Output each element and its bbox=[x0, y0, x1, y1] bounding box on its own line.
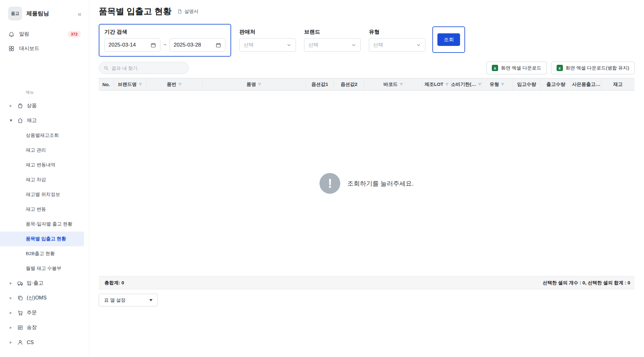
type-select[interactable]: 선택 bbox=[369, 38, 425, 52]
end-date-input[interactable]: 2025-03-28 bbox=[169, 38, 225, 52]
column-header[interactable]: 옵션값1 bbox=[306, 78, 334, 90]
column-header[interactable]: 품명 bbox=[202, 78, 306, 90]
filter-funnel-icon[interactable] bbox=[501, 82, 505, 86]
column-label: 제조LOT bbox=[425, 81, 443, 87]
logo-badge[interactable]: 품고 bbox=[8, 7, 22, 20]
sidebar: 품고 제품팀님 « 알림 372 대시보드 메뉴 상품 bbox=[0, 0, 89, 357]
dashboard-label: 대시보드 bbox=[19, 45, 39, 52]
column-header[interactable]: 제조LOT bbox=[422, 78, 451, 90]
sidebar-item-dashboard[interactable]: 대시보드 bbox=[0, 41, 89, 56]
sidebar-item-oms[interactable]: (신)OMS bbox=[0, 291, 89, 305]
column-header[interactable]: 출고수량 bbox=[540, 78, 571, 90]
calendar-icon[interactable] bbox=[150, 42, 156, 48]
filter-funnel-icon[interactable] bbox=[399, 82, 403, 86]
column-label: 품명 bbox=[247, 81, 256, 87]
filter-funnel-icon[interactable] bbox=[178, 82, 182, 86]
truck-icon bbox=[17, 280, 24, 287]
sidebar-subitem[interactable]: 상품별재고조회 bbox=[0, 128, 89, 143]
manual-link[interactable]: 설명서 bbox=[177, 8, 198, 14]
sidebar-item-notifications[interactable]: 알림 372 bbox=[0, 27, 89, 41]
column-label: 소비기한(… bbox=[451, 81, 476, 87]
column-header[interactable]: 소비기한(… bbox=[451, 78, 481, 90]
calendar-icon[interactable] bbox=[215, 42, 221, 48]
seller-select[interactable]: 선택 bbox=[239, 38, 296, 52]
menu-label: 주문 bbox=[27, 310, 37, 316]
search-button-highlight: 조회 bbox=[432, 26, 465, 53]
menu-section-label: 메뉴 bbox=[0, 90, 89, 95]
sidebar-subitem[interactable]: 재고 변동내역 bbox=[0, 158, 89, 172]
period-inputs: 2025-03-14 ~ 2025-03-28 bbox=[104, 38, 225, 52]
sidebar-item-orders[interactable]: 주문 bbox=[0, 305, 89, 320]
sidebar-item-inventory[interactable]: 재고 bbox=[0, 113, 89, 128]
app-root: 품고 제품팀님 « 알림 372 대시보드 메뉴 상품 bbox=[0, 0, 644, 357]
seller-label: 판매처 bbox=[239, 28, 296, 35]
selection-summary: 선택한 셀의 개수 : 0, 선택한 셀의 합계 : 0 bbox=[543, 280, 630, 286]
sidebar-subitem[interactable]: 재고 관리 bbox=[0, 143, 89, 158]
manual-label: 설명서 bbox=[184, 8, 198, 14]
column-label: 입고수량 bbox=[517, 81, 536, 87]
dashboard-icon bbox=[8, 45, 15, 52]
seller-filter-group: 판매처 선택 bbox=[239, 24, 296, 52]
sidebar-collapse-button[interactable]: « bbox=[78, 10, 81, 17]
filter-funnel-icon[interactable] bbox=[478, 82, 481, 86]
data-grid: No. 브랜드명 품번 품명 옵션값1 옵션값2 바코드 제조LOT 소비기한(… bbox=[99, 78, 635, 289]
sidebar-subitem-active[interactable]: 품목별 입출고 현황 bbox=[0, 231, 84, 246]
column-header[interactable]: 옵션값2 bbox=[334, 78, 364, 90]
filter-funnel-icon[interactable] bbox=[138, 82, 142, 86]
column-header[interactable]: 브랜드명 bbox=[114, 78, 146, 90]
type-select-value: 선택 bbox=[373, 42, 383, 48]
column-label: 품번 bbox=[167, 81, 176, 87]
filter-funnel-icon[interactable] bbox=[445, 82, 449, 86]
column-header[interactable]: 바코드 bbox=[364, 78, 422, 90]
sidebar-subitem[interactable]: 품목-일자별 출고 현황 bbox=[0, 217, 89, 231]
chevron-right-icon bbox=[10, 297, 14, 299]
cart-icon bbox=[17, 310, 24, 316]
sidebar-item-invoice[interactable]: 송장 bbox=[0, 320, 89, 335]
brand-select[interactable]: 선택 bbox=[304, 38, 361, 52]
notifications-label: 알림 bbox=[19, 31, 29, 37]
column-label: 사은품출고… bbox=[572, 81, 600, 87]
sidebar-subitem[interactable]: 월별 재고 수불부 bbox=[0, 261, 89, 276]
start-date-input[interactable]: 2025-03-14 bbox=[104, 38, 160, 52]
sidebar-subitem[interactable]: B2B출고 현황 bbox=[0, 246, 89, 261]
search-button[interactable]: 조회 bbox=[437, 33, 460, 46]
excel-icon: x bbox=[492, 65, 498, 71]
type-label: 유형 bbox=[369, 28, 425, 35]
column-header[interactable]: 재고 bbox=[601, 78, 635, 90]
total-sum-label: 총합계: 0 bbox=[104, 280, 124, 286]
column-header[interactable]: No. bbox=[99, 78, 114, 90]
sidebar-subitem[interactable]: 재고별 위치정보 bbox=[0, 187, 89, 202]
search-input[interactable] bbox=[111, 65, 184, 71]
excel-icon: x bbox=[557, 65, 563, 71]
column-header[interactable]: 유형 bbox=[481, 78, 513, 90]
menu-label: 재고 bbox=[27, 117, 37, 124]
excel-download-button[interactable]: x 화면 엑셀 다운로드 bbox=[486, 62, 547, 74]
filter-funnel-icon[interactable] bbox=[258, 82, 262, 86]
results-search-box[interactable] bbox=[99, 62, 189, 74]
sidebar-subitem[interactable]: 재고 변동 bbox=[0, 202, 89, 217]
start-date-value: 2025-03-14 bbox=[108, 42, 136, 48]
date-range-separator: ~ bbox=[164, 42, 166, 48]
brand-filter-group: 브랜드 선택 bbox=[304, 24, 361, 52]
column-settings-button[interactable]: 표 열 설정 bbox=[99, 294, 158, 306]
user-title: 제품팀님 bbox=[26, 10, 49, 17]
table-toolbar: x 화면 엑셀 다운로드 x 화면 엑셀 다운로드(병합 유지) bbox=[99, 62, 635, 74]
table-body: ! 조회하기를 눌러주세요. bbox=[99, 91, 635, 276]
column-header[interactable]: 사은품출고… bbox=[571, 78, 601, 90]
sidebar-item-inout[interactable]: 입·출고 bbox=[0, 276, 89, 291]
chevron-right-icon bbox=[10, 312, 14, 314]
sidebar-item-cs[interactable]: CS bbox=[0, 335, 89, 350]
main-content: 품목별 입출고 현황 설명서 기간 검색 2025-03-14 ~ 2025-0… bbox=[89, 0, 644, 357]
column-header[interactable]: 입고수량 bbox=[513, 78, 540, 90]
chevron-right-icon bbox=[10, 105, 14, 107]
excel-download-merged-button[interactable]: x 화면 엑셀 다운로드(병합 유지) bbox=[551, 62, 635, 74]
chevron-down-icon bbox=[286, 42, 292, 48]
sidebar-item-products[interactable]: 상품 bbox=[0, 98, 89, 113]
person-icon bbox=[17, 339, 24, 346]
inventory-icon bbox=[17, 117, 24, 124]
sidebar-menu: 상품 재고 상품별재고조회 재고 관리 재고 변동내역 재고 차감 재고별 위치… bbox=[0, 98, 89, 350]
column-header[interactable]: 품번 bbox=[146, 78, 202, 90]
excel-download-merged-label: 화면 엑셀 다운로드(병합 유지) bbox=[566, 65, 630, 71]
column-label: 유형 bbox=[490, 81, 499, 87]
sidebar-subitem[interactable]: 재고 차감 bbox=[0, 172, 89, 187]
